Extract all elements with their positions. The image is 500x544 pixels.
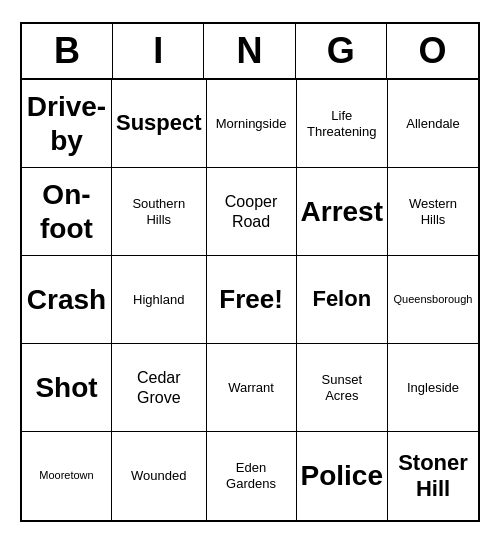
cell-label: Suspect [116,110,202,136]
cell-label: Shot [35,371,97,405]
bingo-cell: Free! [207,256,297,344]
bingo-cell: On- foot [22,168,112,256]
cell-label: Queensborough [394,293,473,306]
bingo-cell: Allendale [388,80,478,168]
bingo-header: BINGO [22,24,478,80]
cell-label: Highland [133,292,184,308]
cell-label: Cedar Grove [137,368,181,406]
cell-label: Eden Gardens [226,460,276,491]
cell-label: Crash [27,283,106,317]
bingo-cell: Cedar Grove [112,344,207,432]
bingo-header-letter: B [22,24,113,78]
bingo-cell: Felon [297,256,388,344]
bingo-cell: Drive- by [22,80,112,168]
bingo-cell: Western Hills [388,168,478,256]
cell-label: Mooretown [39,469,93,482]
bingo-cell: Mooretown [22,432,112,520]
bingo-cell: Arrest [297,168,388,256]
cell-label: Life Threatening [307,108,376,139]
cell-label: Morningside [216,116,287,132]
bingo-cell: Warrant [207,344,297,432]
cell-label: Ingleside [407,380,459,396]
cell-label: Warrant [228,380,274,396]
bingo-cell: Queensborough [388,256,478,344]
bingo-cell: Life Threatening [297,80,388,168]
bingo-cell: Stoner Hill [388,432,478,520]
cell-label: Sunset Acres [322,372,362,403]
cell-label: Allendale [406,116,460,132]
bingo-header-letter: O [387,24,478,78]
bingo-cell: Wounded [112,432,207,520]
cell-label: Drive- by [27,90,106,157]
bingo-cell: Highland [112,256,207,344]
cell-label: On- foot [40,178,93,245]
cell-label: Western Hills [409,196,457,227]
bingo-header-letter: G [296,24,387,78]
cell-label: Stoner Hill [398,450,468,503]
cell-label: Felon [312,286,371,312]
cell-label: Cooper Road [225,192,277,230]
cell-label: Southern Hills [132,196,185,227]
bingo-header-letter: N [204,24,295,78]
bingo-cell: Crash [22,256,112,344]
cell-label: Police [301,459,383,493]
bingo-cell: Cooper Road [207,168,297,256]
bingo-cell: Police [297,432,388,520]
cell-label: Arrest [301,195,383,229]
bingo-cell: Sunset Acres [297,344,388,432]
bingo-header-letter: I [113,24,204,78]
bingo-cell: Suspect [112,80,207,168]
bingo-card: BINGO Drive- bySuspectMorningsideLife Th… [20,22,480,522]
bingo-cell: Eden Gardens [207,432,297,520]
bingo-cell: Morningside [207,80,297,168]
cell-label: Wounded [131,468,186,484]
bingo-cell: Ingleside [388,344,478,432]
bingo-cell: Shot [22,344,112,432]
bingo-grid: Drive- bySuspectMorningsideLife Threaten… [22,80,478,520]
bingo-cell: Southern Hills [112,168,207,256]
cell-label: Free! [219,284,283,315]
